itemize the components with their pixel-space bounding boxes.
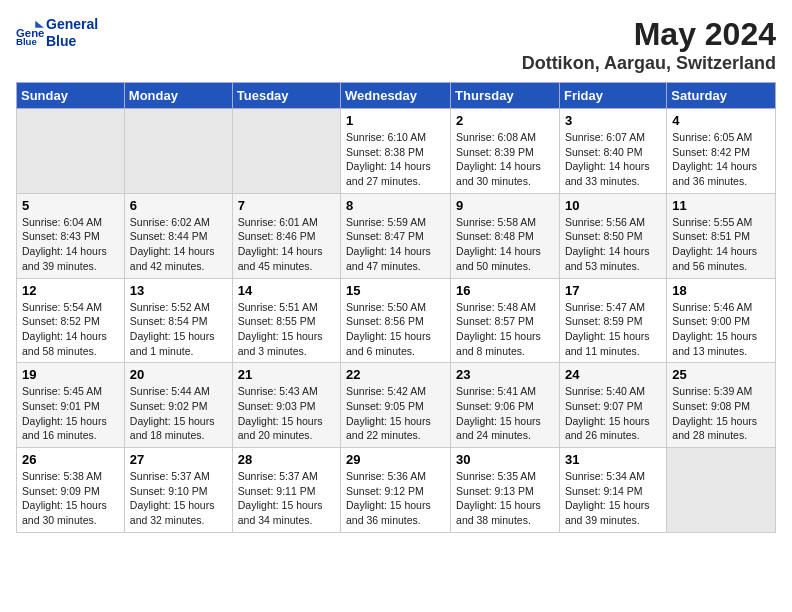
day-number: 1 bbox=[346, 113, 445, 128]
day-info: Sunrise: 5:37 AM Sunset: 9:11 PM Dayligh… bbox=[238, 469, 335, 528]
day-info: Sunrise: 6:01 AM Sunset: 8:46 PM Dayligh… bbox=[238, 215, 335, 274]
day-info: Sunrise: 5:59 AM Sunset: 8:47 PM Dayligh… bbox=[346, 215, 445, 274]
logo-icon: General Blue bbox=[16, 19, 44, 47]
day-info: Sunrise: 5:40 AM Sunset: 9:07 PM Dayligh… bbox=[565, 384, 661, 443]
day-info: Sunrise: 5:46 AM Sunset: 9:00 PM Dayligh… bbox=[672, 300, 770, 359]
day-number: 23 bbox=[456, 367, 554, 382]
day-info: Sunrise: 5:44 AM Sunset: 9:02 PM Dayligh… bbox=[130, 384, 227, 443]
calendar-cell: 25Sunrise: 5:39 AM Sunset: 9:08 PM Dayli… bbox=[667, 363, 776, 448]
calendar-title: May 2024 bbox=[522, 16, 776, 53]
svg-marker-2 bbox=[35, 21, 44, 28]
calendar-cell: 30Sunrise: 5:35 AM Sunset: 9:13 PM Dayli… bbox=[451, 448, 560, 533]
calendar-cell bbox=[17, 109, 125, 194]
day-number: 14 bbox=[238, 283, 335, 298]
day-number: 26 bbox=[22, 452, 119, 467]
day-info: Sunrise: 5:47 AM Sunset: 8:59 PM Dayligh… bbox=[565, 300, 661, 359]
day-info: Sunrise: 5:38 AM Sunset: 9:09 PM Dayligh… bbox=[22, 469, 119, 528]
calendar-cell: 24Sunrise: 5:40 AM Sunset: 9:07 PM Dayli… bbox=[559, 363, 666, 448]
calendar-cell: 8Sunrise: 5:59 AM Sunset: 8:47 PM Daylig… bbox=[341, 193, 451, 278]
day-number: 11 bbox=[672, 198, 770, 213]
day-info: Sunrise: 6:08 AM Sunset: 8:39 PM Dayligh… bbox=[456, 130, 554, 189]
day-info: Sunrise: 5:52 AM Sunset: 8:54 PM Dayligh… bbox=[130, 300, 227, 359]
day-info: Sunrise: 5:50 AM Sunset: 8:56 PM Dayligh… bbox=[346, 300, 445, 359]
day-info: Sunrise: 6:07 AM Sunset: 8:40 PM Dayligh… bbox=[565, 130, 661, 189]
day-number: 8 bbox=[346, 198, 445, 213]
calendar-cell: 17Sunrise: 5:47 AM Sunset: 8:59 PM Dayli… bbox=[559, 278, 666, 363]
calendar-cell: 26Sunrise: 5:38 AM Sunset: 9:09 PM Dayli… bbox=[17, 448, 125, 533]
calendar-cell: 6Sunrise: 6:02 AM Sunset: 8:44 PM Daylig… bbox=[124, 193, 232, 278]
day-info: Sunrise: 5:42 AM Sunset: 9:05 PM Dayligh… bbox=[346, 384, 445, 443]
calendar-cell: 12Sunrise: 5:54 AM Sunset: 8:52 PM Dayli… bbox=[17, 278, 125, 363]
day-info: Sunrise: 6:04 AM Sunset: 8:43 PM Dayligh… bbox=[22, 215, 119, 274]
day-info: Sunrise: 6:05 AM Sunset: 8:42 PM Dayligh… bbox=[672, 130, 770, 189]
calendar-cell: 22Sunrise: 5:42 AM Sunset: 9:05 PM Dayli… bbox=[341, 363, 451, 448]
weekday-header-thursday: Thursday bbox=[451, 83, 560, 109]
day-number: 6 bbox=[130, 198, 227, 213]
calendar-cell bbox=[667, 448, 776, 533]
logo-line1: General bbox=[46, 16, 98, 33]
weekday-header-monday: Monday bbox=[124, 83, 232, 109]
calendar-week-5: 26Sunrise: 5:38 AM Sunset: 9:09 PM Dayli… bbox=[17, 448, 776, 533]
calendar-table: SundayMondayTuesdayWednesdayThursdayFrid… bbox=[16, 82, 776, 533]
day-info: Sunrise: 5:39 AM Sunset: 9:08 PM Dayligh… bbox=[672, 384, 770, 443]
calendar-cell: 5Sunrise: 6:04 AM Sunset: 8:43 PM Daylig… bbox=[17, 193, 125, 278]
day-number: 19 bbox=[22, 367, 119, 382]
calendar-header: SundayMondayTuesdayWednesdayThursdayFrid… bbox=[17, 83, 776, 109]
calendar-cell: 19Sunrise: 5:45 AM Sunset: 9:01 PM Dayli… bbox=[17, 363, 125, 448]
day-number: 15 bbox=[346, 283, 445, 298]
calendar-week-1: 1Sunrise: 6:10 AM Sunset: 8:38 PM Daylig… bbox=[17, 109, 776, 194]
day-number: 4 bbox=[672, 113, 770, 128]
day-number: 28 bbox=[238, 452, 335, 467]
weekday-header-tuesday: Tuesday bbox=[232, 83, 340, 109]
weekday-header-wednesday: Wednesday bbox=[341, 83, 451, 109]
day-number: 2 bbox=[456, 113, 554, 128]
day-number: 27 bbox=[130, 452, 227, 467]
calendar-cell: 11Sunrise: 5:55 AM Sunset: 8:51 PM Dayli… bbox=[667, 193, 776, 278]
day-number: 24 bbox=[565, 367, 661, 382]
calendar-cell: 20Sunrise: 5:44 AM Sunset: 9:02 PM Dayli… bbox=[124, 363, 232, 448]
calendar-cell: 13Sunrise: 5:52 AM Sunset: 8:54 PM Dayli… bbox=[124, 278, 232, 363]
calendar-cell: 2Sunrise: 6:08 AM Sunset: 8:39 PM Daylig… bbox=[451, 109, 560, 194]
logo-line2: Blue bbox=[46, 33, 98, 50]
day-info: Sunrise: 5:36 AM Sunset: 9:12 PM Dayligh… bbox=[346, 469, 445, 528]
day-info: Sunrise: 5:34 AM Sunset: 9:14 PM Dayligh… bbox=[565, 469, 661, 528]
calendar-cell: 10Sunrise: 5:56 AM Sunset: 8:50 PM Dayli… bbox=[559, 193, 666, 278]
day-number: 3 bbox=[565, 113, 661, 128]
day-info: Sunrise: 5:56 AM Sunset: 8:50 PM Dayligh… bbox=[565, 215, 661, 274]
calendar-body: 1Sunrise: 6:10 AM Sunset: 8:38 PM Daylig… bbox=[17, 109, 776, 533]
calendar-cell: 28Sunrise: 5:37 AM Sunset: 9:11 PM Dayli… bbox=[232, 448, 340, 533]
calendar-cell: 1Sunrise: 6:10 AM Sunset: 8:38 PM Daylig… bbox=[341, 109, 451, 194]
calendar-cell bbox=[232, 109, 340, 194]
weekday-header-friday: Friday bbox=[559, 83, 666, 109]
calendar-cell: 31Sunrise: 5:34 AM Sunset: 9:14 PM Dayli… bbox=[559, 448, 666, 533]
day-number: 20 bbox=[130, 367, 227, 382]
day-info: Sunrise: 5:48 AM Sunset: 8:57 PM Dayligh… bbox=[456, 300, 554, 359]
logo: General Blue General Blue bbox=[16, 16, 98, 50]
day-number: 16 bbox=[456, 283, 554, 298]
day-number: 18 bbox=[672, 283, 770, 298]
svg-text:Blue: Blue bbox=[16, 36, 37, 47]
calendar-week-2: 5Sunrise: 6:04 AM Sunset: 8:43 PM Daylig… bbox=[17, 193, 776, 278]
day-number: 31 bbox=[565, 452, 661, 467]
day-number: 10 bbox=[565, 198, 661, 213]
calendar-cell: 4Sunrise: 6:05 AM Sunset: 8:42 PM Daylig… bbox=[667, 109, 776, 194]
calendar-cell: 14Sunrise: 5:51 AM Sunset: 8:55 PM Dayli… bbox=[232, 278, 340, 363]
calendar-cell: 15Sunrise: 5:50 AM Sunset: 8:56 PM Dayli… bbox=[341, 278, 451, 363]
day-info: Sunrise: 5:54 AM Sunset: 8:52 PM Dayligh… bbox=[22, 300, 119, 359]
weekday-header-sunday: Sunday bbox=[17, 83, 125, 109]
day-number: 7 bbox=[238, 198, 335, 213]
calendar-week-3: 12Sunrise: 5:54 AM Sunset: 8:52 PM Dayli… bbox=[17, 278, 776, 363]
calendar-cell: 9Sunrise: 5:58 AM Sunset: 8:48 PM Daylig… bbox=[451, 193, 560, 278]
calendar-cell: 3Sunrise: 6:07 AM Sunset: 8:40 PM Daylig… bbox=[559, 109, 666, 194]
day-number: 17 bbox=[565, 283, 661, 298]
day-number: 13 bbox=[130, 283, 227, 298]
day-info: Sunrise: 6:10 AM Sunset: 8:38 PM Dayligh… bbox=[346, 130, 445, 189]
calendar-cell: 18Sunrise: 5:46 AM Sunset: 9:00 PM Dayli… bbox=[667, 278, 776, 363]
day-number: 25 bbox=[672, 367, 770, 382]
day-info: Sunrise: 5:43 AM Sunset: 9:03 PM Dayligh… bbox=[238, 384, 335, 443]
weekday-header-saturday: Saturday bbox=[667, 83, 776, 109]
day-number: 12 bbox=[22, 283, 119, 298]
calendar-cell: 7Sunrise: 6:01 AM Sunset: 8:46 PM Daylig… bbox=[232, 193, 340, 278]
calendar-subtitle: Dottikon, Aargau, Switzerland bbox=[522, 53, 776, 74]
day-info: Sunrise: 5:51 AM Sunset: 8:55 PM Dayligh… bbox=[238, 300, 335, 359]
